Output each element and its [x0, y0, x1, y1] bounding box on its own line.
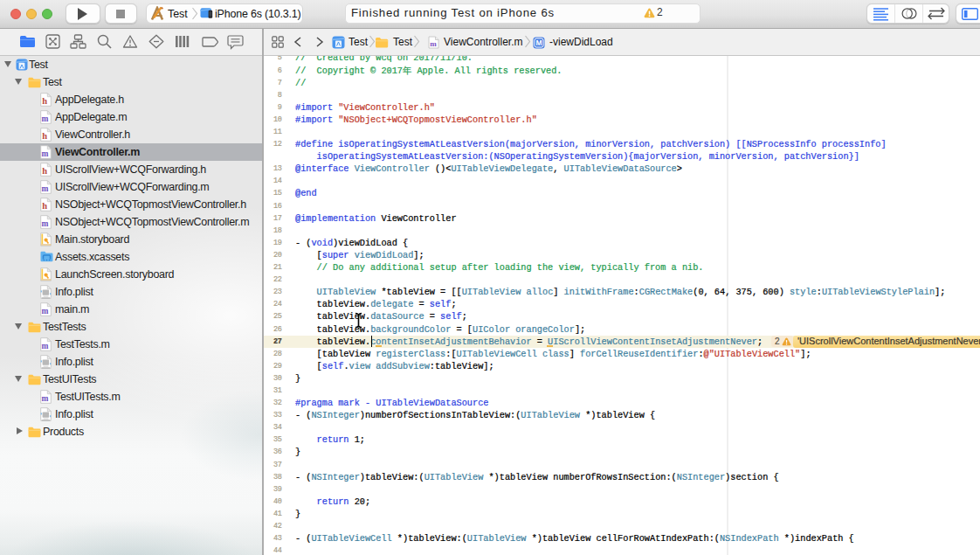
svg-text:h: h	[42, 131, 47, 141]
svg-text:m: m	[42, 394, 49, 403]
svg-text:m: m	[42, 184, 49, 193]
svg-text:m: m	[42, 307, 49, 316]
svg-text:m: m	[430, 39, 437, 48]
svg-text:M: M	[535, 38, 542, 47]
svg-text:h: h	[42, 201, 47, 211]
svg-text:h: h	[42, 166, 47, 176]
svg-text:m: m	[42, 219, 49, 228]
svg-text:m: m	[42, 149, 49, 158]
svg-text:m: m	[42, 114, 49, 123]
svg-text:m: m	[42, 342, 49, 350]
svg-text:h: h	[42, 96, 47, 106]
